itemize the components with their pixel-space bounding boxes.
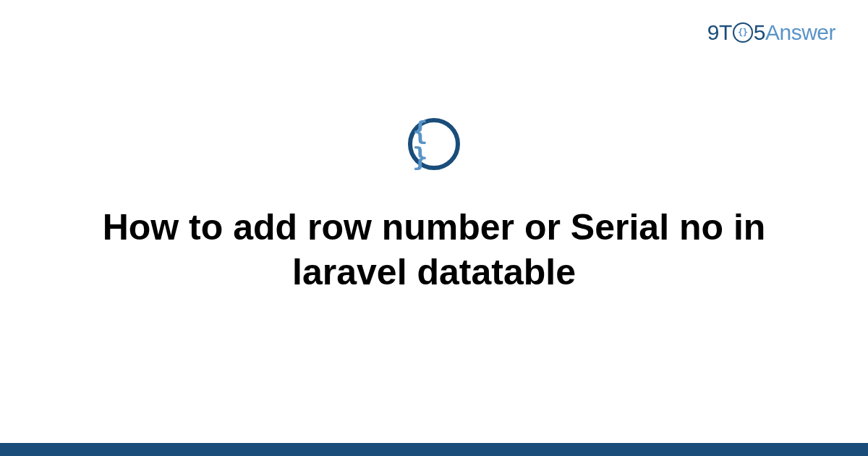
main-content: { } How to add row number or Serial no i…: [0, 0, 868, 456]
footer-accent-bar: [0, 443, 868, 456]
code-braces-icon: { }: [408, 118, 460, 170]
page-title: How to add row number or Serial no in la…: [90, 205, 778, 295]
braces-glyph: { }: [412, 118, 456, 170]
